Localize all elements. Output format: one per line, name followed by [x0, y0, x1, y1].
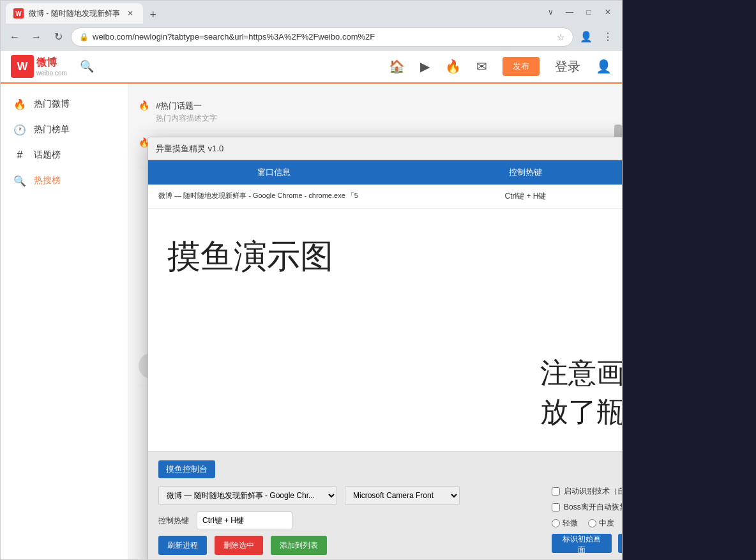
- checkbox-boss-label: Boss离开自动恢复隐藏窗口: [564, 502, 622, 513]
- checkbox-boss-row: Boss离开自动恢复隐藏窗口: [552, 502, 622, 513]
- clock-icon: 🕐: [13, 123, 26, 136]
- app-title: 异量摸鱼精灵 v1.0: [156, 143, 622, 155]
- weibo-logo-text: 微博 weibo.com: [36, 56, 67, 77]
- radio-medium-input[interactable]: [588, 519, 596, 527]
- radio-medium: 中度: [588, 518, 614, 529]
- sidebar-item-topic[interactable]: # 话题榜: [1, 142, 128, 168]
- checkbox-recognition-label: 启动识别技术（自动隐藏）: [564, 486, 622, 497]
- hot-item-1[interactable]: 🔥 #热门话题一 热门内容描述文字: [139, 94, 612, 131]
- right-controls: 启动识别技术（自动隐藏） Boss离开自动恢复隐藏窗口 轻微: [552, 486, 622, 559]
- profile-button[interactable]: 👤: [577, 28, 595, 46]
- demo-notice-line1: 注意画面变化: [540, 353, 622, 393]
- weibo-logo-icon: W: [11, 55, 34, 78]
- weibo-avatar[interactable]: 👤: [596, 59, 612, 74]
- sidebar-item-hot-search[interactable]: 🔍 热搜榜: [1, 168, 128, 193]
- back-button[interactable]: ←: [6, 28, 24, 46]
- browser-tab[interactable]: W 微博 - 随时随地发现新鲜事 ✕: [6, 3, 143, 24]
- demo-text-main: 摸鱼演示图: [167, 234, 333, 279]
- checkbox-recognition[interactable]: [552, 487, 560, 496]
- app-demo-area: 摸鱼演示图 注意画面变化 放了瓶子进去: [148, 209, 622, 451]
- app-overlay: 异量摸鱼精灵 v1.0 — ✕ 窗口信息 控制热键 窗口状态 微博 — 随时随地…: [147, 137, 622, 559]
- hashtag-icon: #: [13, 149, 26, 162]
- radio-light-input[interactable]: [552, 519, 560, 527]
- radio-medium-label: 中度: [599, 518, 614, 529]
- bookmark-icon[interactable]: ☆: [557, 32, 565, 42]
- sidebar-item-ranking[interactable]: 🕐 热门榜单: [1, 117, 128, 142]
- weibo-sidebar: 🔥 热门微博 🕐 热门榜单 # 话题榜 🔍 热搜榜: [1, 84, 128, 559]
- sidebar-item-hot-weibo[interactable]: 🔥 热门微博: [1, 91, 128, 117]
- weibo-mail-icon[interactable]: ✉: [476, 59, 487, 74]
- control-row-buttons: 刷新进程 删除选中 添加到列表: [158, 536, 539, 555]
- address-bar-row: ← → ↻ 🔒 ☆ 👤 ⋮: [1, 24, 622, 50]
- camera-select[interactable]: Microsoft Camera Front: [345, 486, 460, 505]
- table-cell-hotkey: Ctrl键 + H键: [400, 185, 622, 208]
- control-row-hotkey: 控制热键: [158, 511, 539, 529]
- restore-hidden-button[interactable]: 恢复隐藏窗口: [618, 534, 622, 553]
- search-icon: 🔍: [13, 174, 26, 187]
- browser-collapse-button[interactable]: ∨: [541, 3, 559, 21]
- add-to-list-button[interactable]: 添加到列表: [271, 536, 327, 555]
- control-two-col: 微博 — 随时随地发现新鲜事 - Google Chr... Microsoft…: [158, 486, 622, 559]
- tab-favicon: W: [13, 8, 24, 19]
- tab-close-button[interactable]: ✕: [125, 8, 135, 19]
- hotkey-label: 控制热键: [158, 515, 189, 526]
- browser-maximize-button[interactable]: □: [580, 3, 598, 21]
- tab-bar: W 微博 - 随时随地发现新鲜事 ✕ + ∨ — □ ✕: [1, 1, 622, 24]
- control-row-dropdowns: 微博 — 随时随地发现新鲜事 - Google Chr... Microsoft…: [158, 486, 539, 505]
- weibo-search-icon[interactable]: 🔍: [80, 59, 94, 73]
- mark-initial-button[interactable]: 标识初始画面: [552, 534, 612, 553]
- hotkey-input[interactable]: [197, 511, 292, 529]
- table-col-hotkey: 控制热键: [400, 160, 622, 185]
- weibo-logo: W 微博 weibo.com: [11, 55, 67, 78]
- new-tab-button[interactable]: +: [144, 6, 162, 24]
- browser-content: W 微博 weibo.com 🔍 🏠 ▶ 🔥 ✉ 发布 登录 👤 🔥: [1, 50, 622, 559]
- address-bar: 🔒 ☆: [71, 27, 573, 47]
- app-table-header: 窗口信息 控制热键 窗口状态: [148, 160, 622, 185]
- checkbox-boss[interactable]: [552, 503, 560, 511]
- refresh-button[interactable]: ↻: [49, 28, 67, 46]
- radio-sensitivity-row: 轻微 中度 敏感: [552, 518, 622, 529]
- weibo-video-icon[interactable]: ▶: [420, 59, 430, 74]
- control-panel-title: 摸鱼控制台: [158, 460, 215, 478]
- forward-button[interactable]: →: [27, 28, 45, 46]
- weibo-home-icon[interactable]: 🏠: [389, 59, 405, 74]
- table-col-window-info: 窗口信息: [148, 160, 400, 185]
- browser-window: W 微博 - 随时随地发现新鲜事 ✕ + ∨ — □ ✕ ← → ↻ 🔒 ☆ 👤…: [0, 0, 623, 560]
- tab-title: 微博 - 随时随地发现新鲜事: [29, 8, 120, 19]
- browser-close-button[interactable]: ✕: [599, 3, 617, 21]
- app-titlebar: 异量摸鱼精灵 v1.0 — ✕: [148, 137, 622, 160]
- window-select[interactable]: 微博 — 随时随地发现新鲜事 - Google Chr...: [158, 486, 337, 505]
- radio-light: 轻微: [552, 518, 578, 529]
- lock-icon: 🔒: [79, 33, 89, 42]
- left-controls: 微博 — 随时随地发现新鲜事 - Google Chr... Microsoft…: [158, 486, 539, 559]
- right-dark-panel: [623, 0, 756, 560]
- control-panel: 摸鱼控制台 微博 — 随时随地发现新鲜事 - Google Chr... Mic…: [148, 451, 622, 559]
- weibo-post-button[interactable]: 发布: [503, 57, 540, 76]
- weibo-topnav: W 微博 weibo.com 🔍 🏠 ▶ 🔥 ✉ 发布 登录 👤: [1, 50, 622, 84]
- weibo-fire-icon[interactable]: 🔥: [445, 59, 461, 74]
- delete-selected-button[interactable]: 删除选中: [215, 536, 263, 555]
- browser-minimize-button[interactable]: —: [561, 3, 578, 21]
- weibo-login-icon[interactable]: 登录: [555, 58, 580, 75]
- fire-icon-1: 🔥: [139, 100, 149, 110]
- menu-button[interactable]: ⋮: [599, 28, 617, 46]
- weibo-nav-icons: 🏠 ▶ 🔥 ✉ 发布 登录 👤: [389, 57, 612, 76]
- checkbox-recognition-row: 启动识别技术（自动隐藏）: [552, 486, 622, 497]
- demo-notice-line2: 放了瓶子进去: [540, 392, 622, 432]
- refresh-process-button[interactable]: 刷新进程: [158, 536, 207, 555]
- table-cell-window: 微博 — 随时随地发现新鲜事 - Google Chrome - chrome.…: [148, 185, 400, 208]
- radio-light-label: 轻微: [563, 518, 578, 529]
- bottom-buttons-row: 标识初始画面 恢复隐藏窗口 未开启: [552, 534, 622, 559]
- fire-icon: 🔥: [13, 98, 26, 110]
- browser-window-controls: ∨ — □ ✕: [541, 3, 617, 21]
- table-row[interactable]: 微博 — 随时随地发现新鲜事 - Google Chrome - chrome.…: [148, 185, 622, 209]
- demo-text-notice: 注意画面变化 放了瓶子进去: [540, 353, 622, 432]
- url-input[interactable]: [93, 32, 553, 42]
